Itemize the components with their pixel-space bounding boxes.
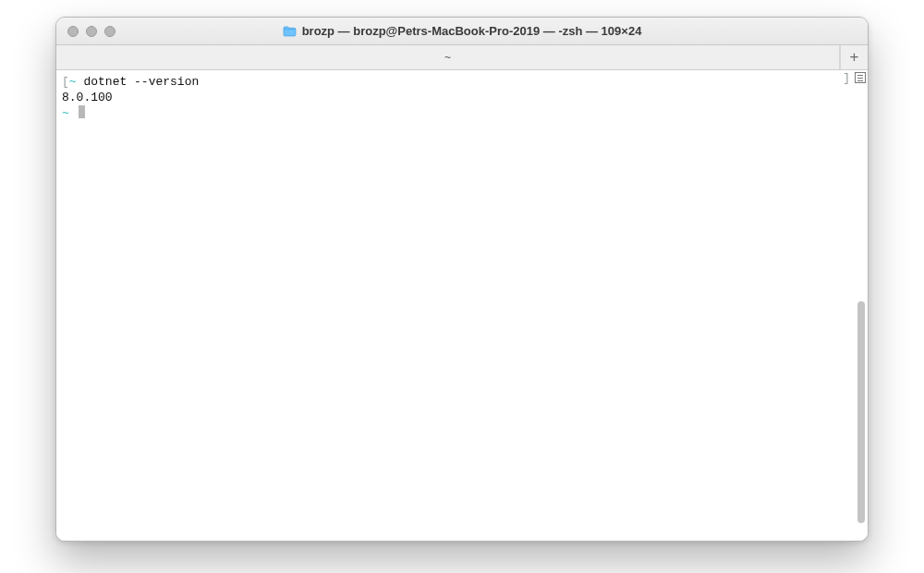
prompt-cwd: ~ xyxy=(62,106,69,120)
minimize-window-button[interactable] xyxy=(86,26,97,37)
terminal-viewport[interactable]: [~ dotnet --version8.0.100~ ] xyxy=(56,70,851,541)
terminal-body: [~ dotnet --version8.0.100~ ] xyxy=(56,70,868,541)
alternate-screen-icon[interactable] xyxy=(855,72,866,83)
terminal-window: brozp — brozp@Petrs-MacBook-Pro-2019 — -… xyxy=(55,17,869,542)
window-title: brozp — brozp@Petrs-MacBook-Pro-2019 — -… xyxy=(56,18,868,44)
new-tab-button[interactable]: + xyxy=(840,45,868,69)
right-gutter xyxy=(851,70,868,541)
scrollbar-thumb[interactable] xyxy=(857,301,865,523)
command-output: 8.0.100 xyxy=(62,90,845,105)
prompt-cwd: ~ xyxy=(69,75,77,89)
window-title-text: brozp — brozp@Petrs-MacBook-Pro-2019 — -… xyxy=(302,24,642,38)
window-controls xyxy=(56,26,116,37)
zoom-window-button[interactable] xyxy=(104,26,116,37)
close-window-button[interactable] xyxy=(67,26,79,37)
plus-icon: + xyxy=(850,48,859,67)
folder-icon xyxy=(283,26,297,37)
tab-label: ~ xyxy=(444,51,451,64)
title-bar[interactable]: brozp — brozp@Petrs-MacBook-Pro-2019 — -… xyxy=(56,18,868,45)
cursor-block xyxy=(79,105,85,118)
command-text: dotnet --version xyxy=(83,75,199,89)
tab-current[interactable]: ~ xyxy=(56,45,840,69)
tab-bar: ~ + xyxy=(56,45,868,70)
prompt-close-bracket: ] xyxy=(843,70,850,86)
prompt-open-bracket: [ xyxy=(62,75,69,89)
